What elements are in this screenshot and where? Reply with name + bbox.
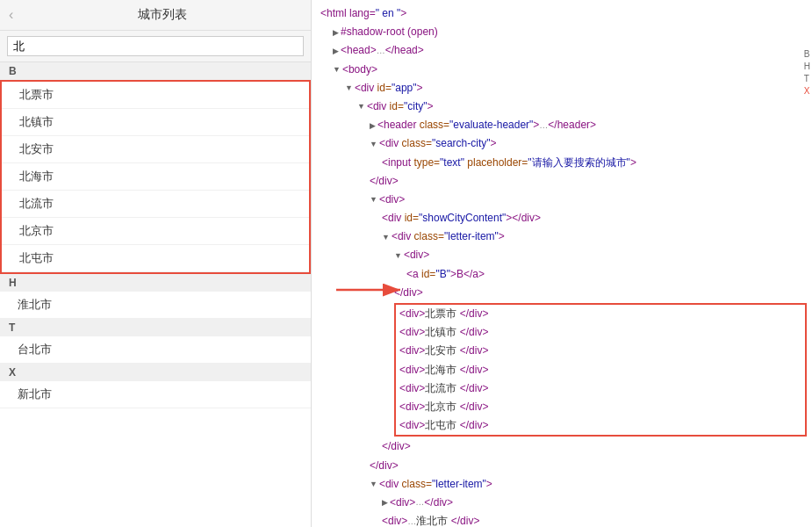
code-line: <div>北镇市 </div> [396, 323, 805, 342]
code-line: <div>北屯市 </div> [396, 416, 805, 435]
collapse-icon[interactable]: ▼ [370, 138, 377, 150]
panel-header: ‹ 城市列表 [0, 0, 311, 31]
city-item[interactable]: 北京市 [2, 218, 309, 245]
collapse-icon[interactable]: ▼ [370, 193, 377, 206]
alphabet-sidebar: B H T X [804, 48, 810, 97]
code-line: </div> [312, 437, 812, 456]
city-item[interactable]: 新北市 [0, 381, 311, 408]
code-line: ▼<div id="app"> [312, 79, 812, 97]
expand-icon[interactable]: ▶ [333, 45, 339, 57]
code-line: ▼<div class="letter-item"> [312, 475, 812, 494]
code-line: ▼<div> [312, 191, 812, 209]
collapse-icon[interactable]: ▼ [333, 63, 341, 76]
letter-group-B: B 北票市 北镇市 北安市 北海市 北流市 北京市 北屯市 [0, 62, 311, 274]
code-line: ▶#shadow-root (open) [312, 23, 812, 41]
city-group-B-highlighted: 北票市 北镇市 北安市 北海市 北流市 北京市 北屯市 [0, 80, 311, 274]
code-line: ▼<div id="city"> [312, 97, 812, 116]
code-line: </div> [312, 172, 812, 191]
code-line: ▼<div> [312, 246, 812, 264]
code-line: </div> [312, 457, 812, 475]
code-panel: <html lang=" en "> ▶#shadow-root (open) … [312, 0, 812, 527]
collapse-icon[interactable]: ▼ [345, 82, 353, 94]
code-line: <div>北票市 </div> [396, 305, 805, 323]
alpha-H[interactable]: H [804, 61, 810, 73]
search-input[interactable] [7, 36, 304, 56]
city-item[interactable]: 北海市 [2, 163, 309, 191]
alpha-X[interactable]: X [804, 85, 810, 97]
highlighted-code-box: <div>北票市 </div> <div>北镇市 </div> <div>北安市… [394, 303, 807, 437]
code-line: <div>…淮北市 </div> [312, 512, 812, 527]
city-list: B 北票市 北镇市 北安市 北海市 北流市 北京市 北屯市 H 淮北市 T 台北… [0, 62, 311, 527]
collapse-icon[interactable]: ▼ [357, 100, 365, 112]
code-text: <html lang=" en "> [320, 5, 406, 22]
panel-title: 城市列表 [22, 7, 302, 23]
code-line: <html lang=" en "> [312, 4, 812, 23]
letter-group-T: T 台北市 [0, 319, 311, 364]
letter-label-H: H [0, 274, 311, 292]
code-line: <div>北海市 </div> [396, 361, 805, 379]
city-item[interactable]: 台北市 [0, 336, 311, 364]
expand-icon[interactable]: ▶ [382, 496, 388, 509]
code-line: <a id="B">B</a> [312, 265, 812, 284]
city-list-panel: ‹ 城市列表 B H T X B 北票市 北镇市 北安市 北海市 北流市 北京市… [0, 0, 312, 527]
code-line: ▼<body> [312, 61, 812, 79]
letter-group-H: H 淮北市 [0, 274, 311, 319]
city-item[interactable]: 北流市 [2, 191, 309, 218]
code-line: <div id="showCityContent"></div> [312, 209, 812, 227]
city-item[interactable]: 北镇市 [2, 109, 309, 136]
collapse-icon[interactable]: ▼ [394, 249, 402, 262]
collapse-icon[interactable]: ▼ [382, 231, 390, 243]
letter-label-B: B [0, 62, 311, 80]
alpha-B[interactable]: B [804, 48, 810, 61]
back-button[interactable]: ‹ [9, 7, 13, 23]
alpha-T[interactable]: T [804, 73, 810, 85]
code-line: <div>北流市 </div> [396, 379, 805, 398]
code-line: ▼<div class="search-city"> [312, 134, 812, 153]
code-line: <div>北安市 </div> [396, 342, 805, 360]
code-line: </div> [312, 284, 812, 302]
expand-icon[interactable]: ▶ [370, 119, 376, 132]
expand-icon[interactable]: ▶ [333, 26, 339, 39]
collapse-icon[interactable]: ▼ [370, 478, 377, 490]
code-line: ▶<header class="evaluate-header">…</head… [312, 116, 812, 134]
letter-group-X: X 新北市 [0, 364, 311, 408]
code-line: ▶<div>…</div> [312, 494, 812, 512]
city-item[interactable]: 北票市 [2, 82, 309, 109]
letter-label-T: T [0, 319, 311, 336]
code-line: <div>北京市 </div> [396, 398, 805, 416]
letter-label-X: X [0, 364, 311, 381]
search-row: B H T X [0, 31, 311, 62]
city-item[interactable]: 北屯市 [2, 245, 309, 272]
city-item[interactable]: 北安市 [2, 136, 309, 163]
city-item[interactable]: 淮北市 [0, 292, 311, 319]
code-line: ▶<head>…</head> [312, 41, 812, 60]
code-line: ▼<div class="letter-item"> [312, 227, 812, 246]
code-line: <input type="text" placeholder="请输入要搜索的城… [312, 154, 812, 172]
